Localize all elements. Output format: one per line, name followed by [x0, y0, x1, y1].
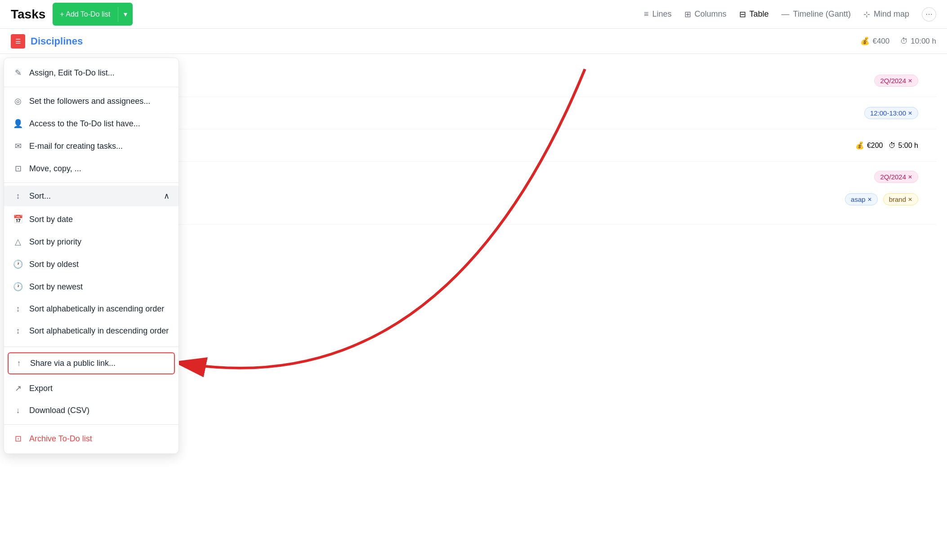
sort-section-toggle[interactable]: ↕ Sort... ∧: [4, 186, 179, 206]
menu-download[interactable]: ↓ Download (CSV): [4, 400, 179, 422]
menu-export[interactable]: ↗ Export: [4, 377, 179, 400]
sort-alpha-asc[interactable]: ↕ Sort alphabetically in ascending order: [4, 298, 179, 320]
list-stats: 💰 €400 ⏱ 10:00 h: [860, 36, 936, 46]
row4-extra-tags: asap ✕ brand ✕: [845, 193, 918, 205]
sort-sub-items: 📅 Sort by date △ Sort by priority 🕐 Sort…: [4, 206, 179, 344]
clock2-icon: 🕐: [13, 282, 23, 292]
sort-chevron-icon: ∧: [164, 191, 170, 201]
sort-alpha-desc-label: Sort alphabetically in descending order: [29, 326, 169, 336]
menu-followers-label: Set the followers and assignees...: [29, 97, 150, 106]
timeline-icon: —: [782, 9, 790, 19]
nav-timeline[interactable]: — Timeline (Gantt): [782, 9, 851, 19]
menu-archive[interactable]: ⊡ Archive To-Do list: [4, 427, 179, 450]
divider-3: [4, 347, 179, 347]
calendar-icon: 📅: [13, 214, 23, 224]
sort-by-newest[interactable]: 🕐 Sort by newest: [4, 276, 179, 298]
menu-followers[interactable]: ◎ Set the followers and assignees...: [4, 90, 179, 112]
sort-by-date[interactable]: 📅 Sort by date: [4, 208, 179, 231]
lines-icon: ≡: [644, 9, 649, 19]
tag-2q2024-row4[interactable]: 2Q/2024 ✕: [874, 171, 918, 183]
nav-columns[interactable]: ⊞ Columns: [684, 9, 727, 19]
sort-alpha-desc[interactable]: ↕ Sort alphabetically in descending orde…: [4, 320, 179, 342]
budget-stat: 💰 €400: [860, 36, 889, 46]
tag-brand[interactable]: brand ✕: [883, 193, 918, 205]
app-header: Tasks + Add To-Do list ▾ ≡ Lines ⊞ Colum…: [0, 0, 947, 29]
tag-close-icon2[interactable]: ✕: [908, 110, 912, 116]
move-icon: ⊡: [13, 164, 23, 173]
add-todo-arrow[interactable]: ▾: [118, 6, 133, 22]
budget-icon3: 💰: [855, 141, 864, 150]
row1-tags: 2Q/2024 ✕: [874, 75, 918, 87]
tag-label: 2Q/2024: [880, 77, 906, 84]
page-title: Tasks: [11, 7, 45, 22]
sort-icon: ↕: [13, 191, 23, 201]
tag-time-row2[interactable]: 12:00-13:00 ✕: [864, 107, 918, 119]
person-icon: 👤: [13, 119, 23, 129]
tag-close-icon[interactable]: ✕: [908, 78, 912, 84]
alpha-asc-icon: ↕: [13, 304, 23, 314]
nav-table-label: Table: [750, 9, 769, 19]
more-options-button[interactable]: ⋯: [922, 7, 936, 22]
divider-1: [4, 87, 179, 87]
columns-icon: ⊞: [684, 9, 691, 19]
budget-icon: 💰: [860, 36, 870, 46]
sort-by-oldest[interactable]: 🕐 Sort by oldest: [4, 253, 179, 276]
tag-label4: 2Q/2024: [880, 173, 906, 181]
row3-time: ⏱ 5:00 h: [889, 142, 918, 150]
time-icon3: ⏱: [889, 142, 896, 150]
clock-icon: 🕐: [13, 259, 23, 269]
row3-budget: 💰 €200: [855, 141, 883, 150]
budget-value: €400: [872, 37, 889, 46]
menu-access-label: Access to the To-Do list have...: [29, 119, 140, 129]
row3-stats: 💰 €200 ⏱ 5:00 h: [855, 141, 918, 150]
menu-move[interactable]: ⊡ Move, copy, ...: [4, 157, 179, 180]
nav-lines-label: Lines: [652, 9, 672, 19]
nav-timeline-label: Timeline (Gantt): [793, 9, 851, 19]
context-menu: ✎ Assign, Edit To-Do list... ◎ Set the f…: [4, 58, 179, 454]
priority-icon: △: [13, 237, 23, 247]
add-todo-button[interactable]: + Add To-Do list ▾: [53, 3, 132, 26]
menu-share[interactable]: ↑ Share via a public link...: [8, 352, 175, 374]
more-dots-icon: ⋯: [925, 10, 933, 18]
tag-close-icon4[interactable]: ✕: [908, 174, 912, 180]
nav-mindmap[interactable]: ⊹ Mind map: [863, 9, 909, 19]
sort-label: Sort...: [29, 191, 51, 201]
tag-asap[interactable]: asap ✕: [845, 193, 878, 205]
archive-icon: ⊡: [13, 434, 23, 444]
asap-close-icon[interactable]: ✕: [867, 196, 872, 203]
list-icon-symbol: ☰: [15, 38, 21, 45]
menu-archive-label: Archive To-Do list: [29, 434, 92, 444]
email-icon: ✉: [13, 141, 23, 151]
asap-label: asap: [851, 196, 866, 203]
menu-move-label: Move, copy, ...: [29, 164, 81, 173]
brand-close-icon[interactable]: ✕: [908, 196, 912, 203]
add-todo-label[interactable]: + Add To-Do list: [53, 7, 118, 22]
menu-email-label: E-mail for creating tasks...: [29, 142, 123, 151]
menu-download-label: Download (CSV): [29, 406, 89, 415]
tag-2q2024-row1[interactable]: 2Q/2024 ✕: [874, 75, 918, 87]
menu-assign[interactable]: ✎ Assign, Edit To-Do list...: [4, 62, 179, 84]
alpha-desc-icon: ↕: [13, 326, 23, 336]
budget-val3: €200: [867, 142, 883, 150]
header-left: Tasks + Add To-Do list ▾: [11, 3, 133, 26]
main-content: ✎ Assign, Edit To-Do list... ◎ Set the f…: [0, 54, 947, 560]
time-stat: ⏱ 10:00 h: [900, 37, 936, 46]
row2-tags: 12:00-13:00 ✕: [864, 107, 918, 119]
view-nav: ≡ Lines ⊞ Columns ⊟ Table — Timeline (Ga…: [644, 7, 936, 22]
brand-label: brand: [889, 196, 906, 203]
share-icon: ↑: [14, 359, 24, 368]
nav-columns-label: Columns: [695, 9, 727, 19]
eye-icon: ◎: [13, 96, 23, 106]
list-icon: ☰: [11, 34, 25, 49]
sort-left: ↕ Sort...: [13, 191, 51, 201]
sort-oldest-label: Sort by oldest: [29, 260, 79, 269]
pencil-icon: ✎: [13, 68, 23, 78]
sort-by-priority[interactable]: △ Sort by priority: [4, 231, 179, 253]
nav-lines[interactable]: ≡ Lines: [644, 9, 672, 19]
divider-4: [4, 424, 179, 425]
time-icon: ⏱: [900, 37, 908, 46]
nav-table[interactable]: ⊟ Table: [739, 9, 769, 19]
menu-access[interactable]: 👤 Access to the To-Do list have...: [4, 112, 179, 135]
menu-email[interactable]: ✉ E-mail for creating tasks...: [4, 135, 179, 157]
sort-priority-label: Sort by priority: [29, 237, 81, 247]
